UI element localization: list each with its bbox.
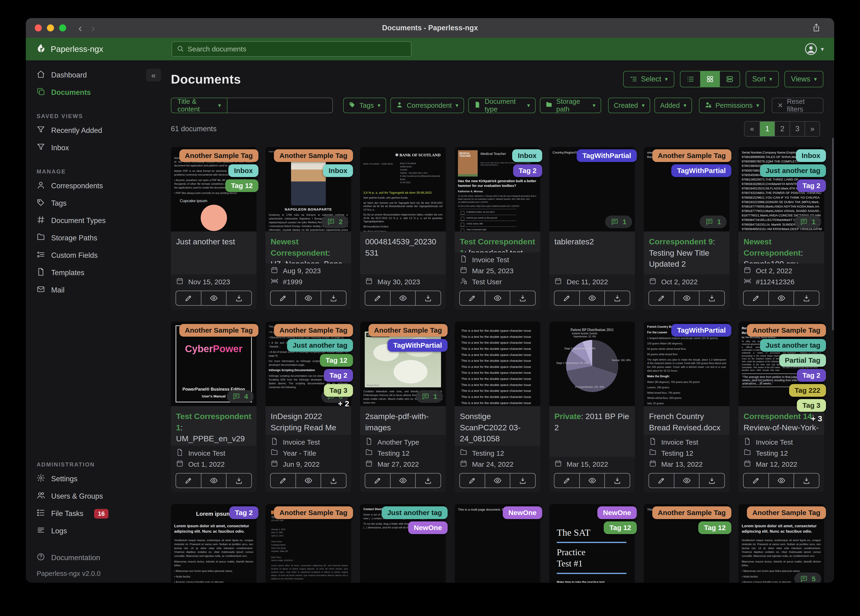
tag-chip[interactable]: Another Sample Tag [274,149,353,162]
tag-chip[interactable]: Inbox [323,164,353,177]
document-title[interactable]: Newest Correspondent: Sample100.csv [738,231,824,263]
document-title[interactable]: Test Correspondent 1: [paperless] test p… [455,231,540,252]
meta-date[interactable]: Oct 1, 2022 [176,459,251,470]
sidebar-item-documentation[interactable]: Documentation [26,549,164,566]
document-title[interactable]: French Country Bread Revised.docx [644,406,730,435]
document-thumbnail[interactable]: ✻ BANK OF SCOTLANDBank of Scotland · 108… [360,147,446,231]
tag-chip[interactable]: Tag 12 [225,179,259,192]
tag-chip[interactable]: Another Sample Tag [652,149,731,162]
sidebar-item-documents[interactable]: Documents [26,84,164,101]
tag-chip[interactable]: Another Sample Tag [652,506,731,519]
meta-date[interactable]: Mar 13, 2022 [649,459,724,470]
meta-date[interactable]: Mar 25, 2023 [460,265,535,276]
sidebar-collapse-button[interactable]: « [146,69,161,82]
meta-path[interactable]: Testing 12 [744,448,819,459]
tag-chip[interactable]: Just another tag [381,506,447,519]
search-input[interactable] [188,45,406,53]
edit-button[interactable] [176,473,201,487]
tag-chip[interactable]: Just another tag [760,339,826,352]
download-button[interactable] [794,473,819,487]
download-button[interactable] [226,291,251,305]
tag-chip[interactable]: Another Sample Tag [747,324,826,337]
tag-chip[interactable]: Tag 12 [320,354,353,367]
correspondent-link[interactable]: Private [554,412,581,421]
sidebar-item-inbox[interactable]: Inbox [26,139,164,157]
preview-button[interactable] [201,473,226,487]
edit-button[interactable] [744,291,769,305]
meta-date[interactable]: Dec 11, 2022 [554,276,630,288]
tag-chip[interactable]: Tag 2 [797,369,826,382]
sidebar-item-file-tasks[interactable]: File Tasks16 [26,505,164,522]
tags-filter-button[interactable]: Tags▾ [343,97,386,113]
tag-chip[interactable]: NewOne [408,522,447,534]
tag-chip[interactable]: Inbox [512,149,542,162]
meta-date[interactable]: Oct 2, 2022 [744,265,819,276]
download-button[interactable] [699,473,724,487]
tag-chip[interactable]: Tag 3 [324,384,353,397]
document-type-filter-button[interactable]: Document type▾ [468,97,536,113]
search-box[interactable] [171,41,411,57]
sidebar-item-templates[interactable]: Templates [26,264,164,281]
tag-chip[interactable]: Another Sample Tag [179,324,259,337]
meta-date[interactable]: Nov 15, 2023 [176,276,251,288]
download-button[interactable] [415,291,441,305]
download-button[interactable] [415,473,441,487]
correspondent-link[interactable]: Test Correspondent 1 [460,237,535,252]
preview-button[interactable] [390,473,416,487]
sidebar-item-users-groups[interactable]: Users & Groups [26,487,164,505]
document-title[interactable]: Private: 2011 BP Pie 2 [549,406,635,457]
edit-button[interactable] [744,473,769,487]
tag-chip[interactable]: Tag 2 [324,369,353,382]
document-title[interactable]: 2sample-pdf-with-images [360,406,446,435]
document-title[interactable]: InDesign 2022 Scripting Read Me [265,406,351,435]
tag-chip[interactable]: Tag 3 [797,399,826,412]
meta-date[interactable]: Aug 9, 2023 [271,265,346,276]
correspondent-filter-button[interactable]: Correspondent▾ [390,97,464,113]
created-filter-button[interactable]: Created▾ [608,97,650,113]
meta-asn[interactable]: #1999 [271,276,346,288]
sidebar-item-dashboard[interactable]: Dashboard [26,66,164,84]
meta-date[interactable]: May 30, 2023 [365,276,441,288]
meta-owner[interactable]: Test User [460,276,535,288]
download-button[interactable] [510,291,535,305]
edit-button[interactable] [365,473,390,487]
sidebar-item-logs[interactable]: Logs [26,522,164,540]
edit-button[interactable] [554,473,579,487]
scrollbar[interactable] [832,138,834,330]
page-button-prev[interactable]: « [744,122,760,136]
preview-button[interactable] [769,473,794,487]
tag-chip[interactable]: Tag 222 [789,384,826,397]
edit-button[interactable] [460,473,485,487]
download-button[interactable] [604,291,630,305]
tag-chip[interactable]: TagWithPartial [671,164,731,177]
download-button[interactable] [321,473,346,487]
tag-chip[interactable]: Another Sample Tag [747,506,826,519]
preview-button[interactable] [485,291,510,305]
preview-button[interactable] [201,291,226,305]
meta-doctype[interactable]: Another Type [365,437,441,448]
tag-chip[interactable]: Partial Tag [779,354,826,367]
meta-doctype[interactable]: Invoice Test [649,437,724,448]
meta-date[interactable]: Oct 2, 2022 [649,276,724,288]
correspondent-link[interactable]: Test Correspondent 1 [176,412,251,432]
page-button-1[interactable]: 1 [760,122,775,136]
sidebar-item-correspondents[interactable]: Correspondents [26,177,164,195]
correspondent-link[interactable]: Newest Correspondent [271,237,328,257]
sort-button[interactable]: Sort▾ [746,71,779,87]
preview-button[interactable] [674,473,699,487]
page-button-3[interactable]: 3 [789,122,805,136]
views-button[interactable]: Views▾ [785,71,823,87]
edit-button[interactable] [271,473,295,487]
tag-chip[interactable]: TagWithPartial [671,324,731,337]
sidebar-item-mail[interactable]: Mail [26,281,164,299]
tag-chip[interactable]: Another Sample Tag [369,324,447,337]
share-icon[interactable] [811,23,821,33]
download-button[interactable] [604,473,630,487]
meta-doctype[interactable]: Invoice Test [460,254,535,265]
edit-button[interactable] [554,291,579,305]
sidebar-item-custom-fields[interactable]: Custom Fields [26,247,164,264]
user-menu[interactable]: ▾ [804,42,824,56]
tag-chip[interactable]: TagWithPartial [577,149,637,162]
meta-path[interactable]: Testing 12 [460,448,535,459]
document-thumbnail[interactable]: This is a test for the double space char… [455,322,540,406]
